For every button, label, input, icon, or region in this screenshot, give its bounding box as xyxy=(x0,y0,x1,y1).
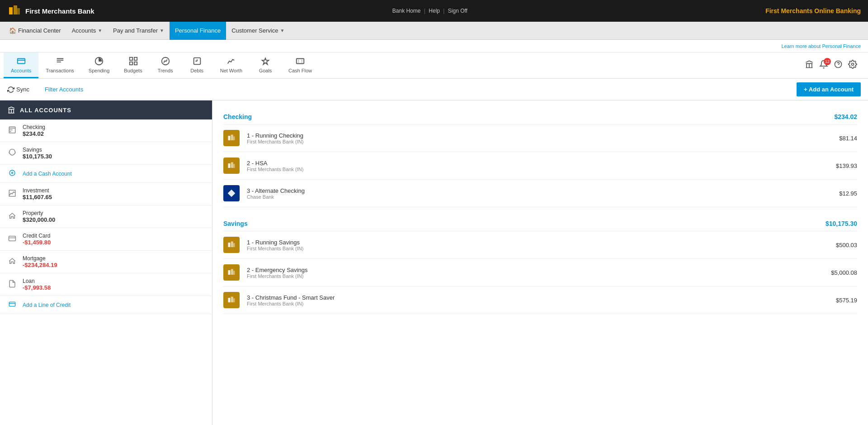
savings-section: Savings $10,175.30 1 - Running Savings F… xyxy=(212,207,868,314)
svg-rect-2 xyxy=(17,8,20,14)
help-link[interactable]: Help xyxy=(429,8,440,14)
bank-name: First Merchants Bank xyxy=(25,7,94,15)
investment-icon xyxy=(7,189,17,199)
add-cash-icon xyxy=(7,169,17,178)
gear-icon xyxy=(848,60,857,69)
account-row-emergency-savings[interactable]: 2 - Emergency Savings First Merchants Ba… xyxy=(223,259,857,287)
sync-icon xyxy=(7,86,14,93)
top-bar: First Merchants Bank Bank Home | Help | … xyxy=(0,0,868,22)
debts-icon xyxy=(192,56,202,66)
nav-accounts[interactable]: Accounts ▼ xyxy=(66,22,108,40)
account-row-alternate-checking[interactable]: 3 - Alternate Checking Chase Bank $12.95 xyxy=(223,180,857,207)
account-row-running-checking[interactable]: 1 - Running Checking First Merchants Ban… xyxy=(223,124,857,152)
spending-icon xyxy=(94,56,104,66)
chase-icon-alternate-checking xyxy=(223,185,240,201)
account-row-christmas-fund[interactable]: 3 - Christmas Fund - Smart Saver First M… xyxy=(223,287,857,314)
svg-rect-34 xyxy=(233,298,235,302)
svg-rect-6 xyxy=(134,57,137,60)
svg-rect-7 xyxy=(129,62,132,65)
filter-accounts-button[interactable]: Filter Accounts xyxy=(37,86,83,93)
top-bar-links: Bank Home | Help | Sign Off xyxy=(391,8,469,14)
bank-accounts-icon-btn[interactable] xyxy=(805,60,814,71)
sync-button[interactable]: Sync xyxy=(7,86,29,93)
sub-nav-trends[interactable]: Trends xyxy=(150,53,181,78)
sidebar-item-credit-card[interactable]: Credit Card -$1,459.80 xyxy=(0,228,212,251)
svg-point-13 xyxy=(852,63,854,66)
learn-personal-finance-link[interactable]: Learn more about Personal Finance xyxy=(782,43,861,49)
gear-btn[interactable] xyxy=(848,60,857,71)
add-line-icon xyxy=(7,301,17,309)
svg-rect-27 xyxy=(231,242,233,248)
svg-rect-22 xyxy=(228,163,231,168)
sub-nav-right-icons: 12 xyxy=(805,53,864,78)
bank-home-link[interactable]: Bank Home xyxy=(392,8,421,14)
settings-btn[interactable] xyxy=(834,60,843,71)
nav-customer-service[interactable]: Customer Service ▼ xyxy=(226,22,290,40)
nav-pay-transfer[interactable]: Pay and Transfer ▼ xyxy=(108,22,170,40)
checking-section: Checking $234.02 1 - Running Checking Fi… xyxy=(212,100,868,207)
sidebar-item-investment[interactable]: Investment $11,607.65 xyxy=(0,183,212,205)
sub-nav-spending[interactable]: Spending xyxy=(81,53,117,78)
online-banking-title: First Merchants Online Banking xyxy=(765,7,861,14)
credit-card-icon xyxy=(7,234,17,244)
bank-icon xyxy=(805,60,814,69)
sidebar-add-cash-account[interactable]: Add a Cash Account xyxy=(0,165,212,183)
trends-icon xyxy=(160,56,170,66)
fmb-icon-running-checking xyxy=(223,130,240,146)
svg-rect-32 xyxy=(228,298,231,302)
svg-rect-8 xyxy=(134,62,137,65)
svg-rect-30 xyxy=(231,269,233,275)
svg-rect-11 xyxy=(297,59,304,64)
sub-nav-net-worth[interactable]: Net Worth xyxy=(213,53,250,78)
account-row-hsa[interactable]: 2 - HSA First Merchants Bank (IN) $139.9… xyxy=(223,152,857,180)
svg-rect-29 xyxy=(228,270,231,275)
sub-nav-budgets[interactable]: Budgets xyxy=(117,53,149,78)
svg-rect-21 xyxy=(233,136,235,140)
svg-rect-23 xyxy=(231,162,233,168)
cash-flow-icon xyxy=(295,56,305,66)
net-worth-icon xyxy=(226,56,236,66)
sub-nav-cash-flow[interactable]: Cash Flow xyxy=(281,53,319,78)
svg-rect-5 xyxy=(129,57,132,60)
svg-rect-28 xyxy=(233,243,235,247)
sub-nav-transactions[interactable]: Transactions xyxy=(38,53,81,78)
sidebar-item-checking[interactable]: Checking $234.02 xyxy=(0,119,212,142)
sidebar-item-loan[interactable]: Loan -$7,993.58 xyxy=(0,273,212,296)
sidebar-item-property[interactable]: Property $320,000.00 xyxy=(0,205,212,228)
sub-nav-accounts[interactable]: Accounts xyxy=(4,53,38,78)
sub-nav: Accounts Transactions Spending B xyxy=(4,53,319,78)
savings-icon xyxy=(7,148,17,158)
svg-rect-19 xyxy=(228,136,231,140)
sidebar-item-savings[interactable]: Savings $10,175.30 xyxy=(0,142,212,165)
sign-off-link[interactable]: Sign Off xyxy=(448,8,467,14)
nav-personal-finance[interactable]: Personal Finance xyxy=(170,22,226,40)
svg-rect-26 xyxy=(228,243,231,247)
nav-financial-center[interactable]: 🏠 Financial Center xyxy=(4,22,66,40)
fmb-icon-running-savings xyxy=(223,237,240,253)
goals-icon xyxy=(260,56,270,66)
checking-icon xyxy=(7,126,17,136)
mortgage-icon xyxy=(7,257,17,267)
svg-rect-33 xyxy=(231,297,233,303)
learn-bar: Learn more about Personal Finance xyxy=(0,40,868,53)
action-bar: Sync Filter Accounts + Add an Account xyxy=(0,79,868,100)
transactions-icon xyxy=(55,56,65,66)
svg-rect-0 xyxy=(9,7,13,14)
svg-rect-1 xyxy=(14,5,17,14)
accounts-chevron: ▼ xyxy=(98,28,102,33)
add-account-button[interactable]: + Add an Account xyxy=(797,82,861,96)
sidebar-header: ALL ACCOUNTS xyxy=(0,100,212,119)
sidebar-add-line-of-credit[interactable]: Add a Line of Credit xyxy=(0,296,212,314)
notification-count: 12 xyxy=(824,58,831,65)
sub-nav-goals[interactable]: Goals xyxy=(250,53,281,78)
property-icon xyxy=(7,212,17,222)
sub-nav-debts[interactable]: Debts xyxy=(181,53,213,78)
svg-rect-3 xyxy=(17,59,25,64)
sidebar-item-mortgage[interactable]: Mortgage -$234,284.19 xyxy=(0,251,212,273)
svg-rect-20 xyxy=(231,135,233,141)
notifications-btn[interactable]: 12 xyxy=(819,60,828,71)
account-row-running-savings[interactable]: 1 - Running Savings First Merchants Bank… xyxy=(223,231,857,259)
sidebar: ALL ACCOUNTS Checking $234.02 Savings $1… xyxy=(0,100,212,425)
pay-transfer-chevron: ▼ xyxy=(160,28,164,33)
bank-logo: First Merchants Bank xyxy=(7,4,94,18)
